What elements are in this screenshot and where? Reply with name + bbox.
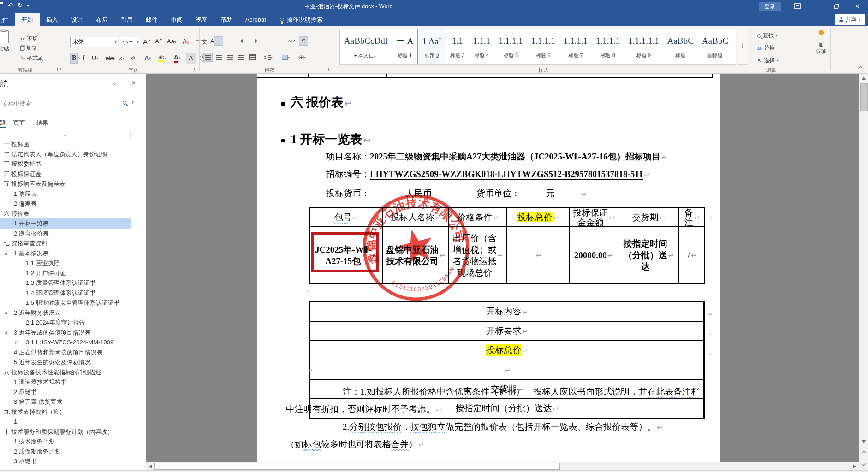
nav-item[interactable]: 1 响应表 — [0, 189, 131, 199]
ribbon-tab[interactable]: 审阅 — [164, 13, 189, 26]
nav-item[interactable]: 2 承诺书 — [0, 387, 131, 397]
vertical-scrollbar[interactable] — [859, 74, 868, 470]
font-color-button[interactable]: A▾ — [172, 53, 182, 64]
nav-item[interactable]: 1.2 开户许可证 — [0, 268, 131, 278]
ribbon-display-options-icon[interactable] — [794, 3, 801, 9]
ribbon-tab[interactable]: 视图 — [189, 13, 214, 26]
nav-item[interactable]: 3 第五章 供货要求 — [0, 397, 131, 407]
nav-item[interactable]: 2 质保期服务计划 — [0, 447, 131, 457]
search-icon[interactable] — [123, 101, 126, 105]
grow-font-button[interactable]: A▲ — [143, 38, 151, 46]
text-effects-button[interactable]: A▾ — [143, 53, 152, 64]
style-item[interactable]: AaBbCcDdI ↵本文正... — [340, 29, 392, 64]
distribute-button[interactable] — [248, 53, 257, 62]
nav-item[interactable]: 3 近年完成的类似项目情况表 — [0, 328, 131, 338]
style-item[interactable]: 1 AaI 标题 2 — [417, 29, 446, 64]
minimize-button[interactable] — [808, 0, 824, 13]
style-item[interactable]: 1.1.1.1 标题 8 — [592, 29, 624, 64]
select-button[interactable]: ↖选择▾ — [757, 57, 779, 65]
copy-button[interactable]: 复制 — [20, 44, 37, 52]
borders-button[interactable]: ⊞▾ — [298, 53, 307, 62]
expand-collapse-icon[interactable] — [4, 248, 7, 259]
show-marks-button[interactable]: ¶ — [299, 36, 308, 46]
nav-item[interactable]: 四 投标保证金 — [0, 169, 131, 179]
more-styles-button[interactable]: ▾ — [737, 29, 748, 65]
nav-item[interactable]: 5 近年发生的诉讼及仲裁情况 — [0, 357, 131, 367]
change-case-button[interactable]: Aa▾ — [167, 38, 176, 45]
increase-indent-button[interactable] — [250, 36, 259, 46]
numbering-button[interactable] — [214, 36, 223, 46]
nav-item[interactable]: 3.1 LHSY-WZGS-2024-MM-1009 — [0, 337, 131, 348]
italic-button[interactable]: I — [81, 53, 86, 64]
scroll-right-icon[interactable] — [850, 463, 858, 470]
nav-options-chevron-icon[interactable]: ⌄ — [112, 80, 117, 86]
nav-item[interactable]: 六 报价表 — [0, 209, 131, 219]
nav-item[interactable]: 1.3 质量管理体系认证证书 — [0, 278, 131, 288]
horizontal-scroll-thumb[interactable] — [154, 463, 560, 470]
shading-button[interactable]: ▾ — [281, 53, 291, 62]
scroll-down-icon[interactable] — [859, 437, 868, 445]
ribbon-tab[interactable]: 插入 — [40, 13, 65, 26]
tell-me-search[interactable]: 操作说明搜索 — [280, 13, 323, 26]
nav-item[interactable]: 七 资格审查资料 — [0, 238, 131, 248]
nav-item[interactable]: 1.4 环境管理体系认证证书 — [0, 288, 131, 298]
underline-button[interactable]: U▾ — [90, 53, 100, 64]
ribbon-tab[interactable]: 文件 — [0, 13, 15, 26]
nav-item[interactable]: 1 开标一览表 — [0, 218, 131, 229]
nav-item[interactable]: 1 — [0, 417, 131, 427]
character-shading-button[interactable]: A — [186, 53, 196, 64]
nav-item[interactable]: 八 投标设备技术性能指标的详细描述 — [0, 367, 131, 378]
align-right-button[interactable] — [226, 53, 235, 62]
nav-item[interactable]: 1 技术服务计划 — [0, 437, 131, 447]
font-size-combo[interactable]: 小三 — [120, 37, 140, 47]
redo-icon[interactable]: ↻ — [18, 2, 23, 9]
vertical-scroll-thumb[interactable] — [860, 83, 868, 111]
nav-item[interactable]: 二 法定代表人（单位负责人）身份证明 — [0, 149, 131, 159]
jump-to-top-button[interactable] — [0, 131, 131, 139]
format-painter-button[interactable]: ✎格式刷 — [20, 54, 43, 62]
save-icon[interactable] — [0, 2, 3, 8]
bold-button[interactable]: B — [70, 53, 78, 64]
sign-in-button[interactable]: 登录 — [759, 2, 781, 11]
ribbon-tab[interactable]: 帮助 — [214, 13, 239, 26]
justify-button[interactable] — [237, 53, 246, 62]
style-item[interactable]: 1.1.1.1 标题 5 — [494, 29, 527, 64]
style-item[interactable]: 1.1.1 标题 4 — [469, 29, 494, 64]
next-page-icon[interactable] — [859, 460, 868, 467]
style-item[interactable]: AaBbC 标题 — [663, 29, 698, 64]
nav-item[interactable]: 3 承诺书 — [0, 456, 131, 466]
style-item[interactable]: 1.1.1.1 标题 6 — [527, 29, 559, 64]
ribbon-tab[interactable]: 开始 — [15, 13, 40, 26]
decrease-indent-button[interactable] — [238, 36, 248, 46]
nav-item[interactable]: 十 技术服务和质保期服务计划（内容改） — [0, 427, 131, 437]
scroll-up-icon[interactable] — [859, 74, 868, 82]
nav-item[interactable]: 一 投标函 — [0, 139, 131, 149]
superscript-button[interactable]: x² — [129, 53, 137, 64]
nav-item[interactable]: 1.5 职业健康安全管理体系认证证书 — [0, 298, 131, 308]
qat-customize-icon[interactable]: ▾ — [27, 3, 30, 8]
align-center-button[interactable] — [214, 53, 224, 62]
share-button[interactable]: 共享▾ — [835, 14, 865, 25]
search-input[interactable] — [2, 98, 118, 109]
nav-item[interactable]: 2.1 2024年度审计报告 — [0, 318, 131, 328]
expand-collapse-icon[interactable] — [4, 328, 7, 338]
collapse-ribbon-icon[interactable] — [859, 65, 865, 71]
ribbon-tab[interactable]: Acrobat — [239, 13, 273, 26]
close-button[interactable]: × — [850, 0, 865, 13]
nav-item[interactable]: 1 泄油器技术规格书 — [0, 377, 131, 387]
nav-item[interactable]: 三 授权委托书 — [0, 159, 131, 169]
nav-item[interactable]: 2 近年财务状况表 — [0, 308, 131, 318]
horizontal-scrollbar[interactable] — [146, 462, 859, 470]
nav-close-icon[interactable]: ✕ — [131, 80, 136, 86]
ribbon-tab[interactable]: 邮件 — [139, 13, 164, 26]
style-item[interactable]: AaBbC 副标题 — [698, 29, 732, 64]
nav-tab-results[interactable]: 结果 — [36, 119, 48, 127]
shrink-font-button[interactable]: A▼ — [155, 38, 163, 45]
nav-item[interactable]: 2 偏差表 — [0, 199, 131, 209]
styles-dialog-launcher-icon[interactable] — [742, 68, 745, 71]
bullets-button[interactable] — [203, 36, 213, 46]
nav-tab-headings[interactable]: 标题 — [0, 119, 6, 127]
replace-button[interactable]: ab替换 — [757, 44, 775, 52]
style-item[interactable]: 1.1.1.1.1 标题 9 — [624, 29, 663, 64]
previous-page-icon[interactable] — [859, 448, 868, 456]
